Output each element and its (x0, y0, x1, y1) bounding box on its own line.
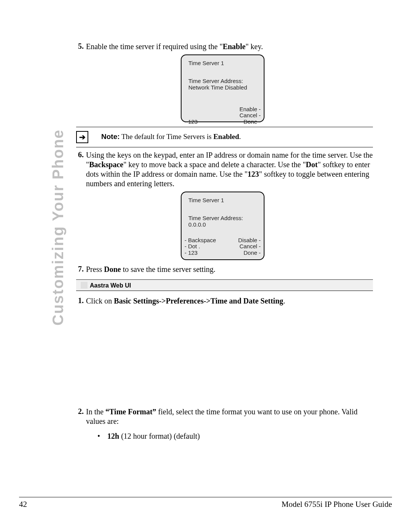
text: " key. (245, 42, 263, 51)
softkey: Cancel - (238, 243, 261, 250)
bold-text: 12h (107, 432, 119, 440)
page: Customizing Your Phone 5. Enable the tim… (0, 0, 411, 532)
softkey: - 123 (185, 250, 216, 256)
bold-text: Dot (306, 160, 318, 169)
bold-text: 123 (248, 170, 259, 178)
text: In the (86, 407, 105, 416)
screen-line: Time Server Address: (188, 78, 261, 84)
screen-mid: Time Server Address: Network Time Disabl… (188, 78, 261, 91)
bold-text: Basic Settings->Preferences->Time and Da… (114, 297, 283, 305)
phone-screen-2: Time Server 1 Time Server Address: 0.0.0… (181, 192, 264, 260)
bold-text: Backspace (89, 160, 123, 169)
step-7: 7. Press Done to save the time server se… (72, 265, 373, 274)
step-text: In the “Time Format” field, select the t… (86, 407, 373, 426)
bold-text: “Time Format” (105, 407, 156, 416)
spacer (72, 308, 373, 407)
step-number: 6. (72, 150, 86, 189)
screen-line: Network Time Disabled (188, 84, 261, 91)
screen-title: Time Server 1 (188, 60, 261, 66)
screen-line: Time Server Address: (188, 215, 261, 221)
text: . (239, 133, 241, 141)
text: Click on (86, 297, 114, 305)
step-text: Click on Basic Settings->Preferences->Ti… (86, 296, 373, 306)
text: Press (86, 265, 104, 273)
softkey: - Dot . (185, 243, 216, 250)
screen-left: - Backspace - Dot . - 123 (185, 237, 216, 256)
step-text: Using the keys on the keypad, enter an I… (86, 150, 373, 189)
screen-right: Disable - Cancel - Done - (238, 237, 261, 256)
text: to save the time server setting. (121, 265, 215, 273)
bold-text: Enable (223, 42, 245, 51)
screen-line: 0.0.0.0 (188, 221, 261, 228)
page-number: 42 (19, 500, 27, 509)
text: " key to move back a space and delete a … (123, 160, 306, 169)
screen-bottom: - Backspace - Dot . - 123 Disable - Canc… (185, 237, 261, 256)
bold-text: Done (104, 265, 121, 273)
bullet-icon: • (97, 431, 107, 441)
bullet-row: • 12h (12 hour format) (default) (72, 428, 373, 441)
web-step-2: 2. In the “Time Format” field, select th… (72, 407, 373, 426)
section-bar-label: Aastra Web UI (90, 282, 131, 289)
text: The default for Time Servers is (120, 133, 213, 141)
phone-screen-1: Time Server 1 Time Server Address: Netwo… (181, 54, 264, 122)
screen-mid: Time Server Address: 0.0.0.0 (188, 215, 261, 228)
web-step-1: 1. Click on Basic Settings->Preferences-… (72, 296, 373, 306)
text: . (283, 297, 285, 305)
softkey: - 123 (185, 119, 198, 125)
softkey: Cancel - (239, 112, 261, 119)
bullet-text: 12h (12 hour format) (default) (107, 431, 200, 441)
section-bar: Aastra Web UI (76, 280, 373, 292)
step-5: 5. Enable the time server if required us… (72, 42, 373, 51)
spacer (72, 428, 86, 441)
arrow-right-icon: ➔ (76, 131, 88, 143)
step-text: Press Done to save the time server setti… (86, 265, 373, 274)
screen-title: Time Server 1 (188, 197, 261, 203)
screen-left: - 123 (185, 106, 198, 125)
softkey: Disable - (238, 237, 261, 244)
text: (12 hour format) (default) (119, 432, 200, 440)
step-6: 6. Using the keys on the keypad, enter a… (72, 150, 373, 189)
text: Enable the time server if required using… (86, 42, 223, 51)
screen2-wrap: Time Server 1 Time Server Address: 0.0.0… (72, 192, 373, 260)
divider (76, 127, 373, 127)
step-number: 2. (72, 407, 86, 426)
step-number: 1. (72, 296, 86, 306)
step-number: 7. (72, 265, 86, 274)
footer-title: Model 6755i IP Phone User Guide (282, 500, 392, 509)
softkey: Done - (238, 250, 261, 256)
main-content: 5. Enable the time server if required us… (72, 42, 373, 443)
note-label: Note: (101, 133, 120, 141)
note-text: Note: The default for Time Servers is En… (101, 131, 241, 141)
screen1-wrap: Time Server 1 Time Server Address: Netwo… (72, 54, 373, 122)
step-text: Enable the time server if required using… (86, 42, 373, 51)
step-number: 5. (72, 42, 86, 51)
note-row: ➔ Note: The default for Time Servers is … (76, 131, 373, 143)
screen-right: Enable - Cancel - Done - (239, 106, 261, 125)
bold-text: Enabled (213, 133, 239, 141)
softkey: - Backspace (185, 237, 216, 244)
page-footer: 42 Model 6755i IP Phone User Guide (19, 497, 392, 509)
side-heading: Customizing Your Phone (49, 129, 67, 326)
bullet-body: • 12h (12 hour format) (default) (86, 428, 373, 441)
divider (76, 147, 373, 147)
screen-bottom: - 123 Enable - Cancel - Done - (185, 106, 261, 125)
softkey: Done - (239, 119, 261, 125)
softkey: Enable - (239, 106, 261, 113)
